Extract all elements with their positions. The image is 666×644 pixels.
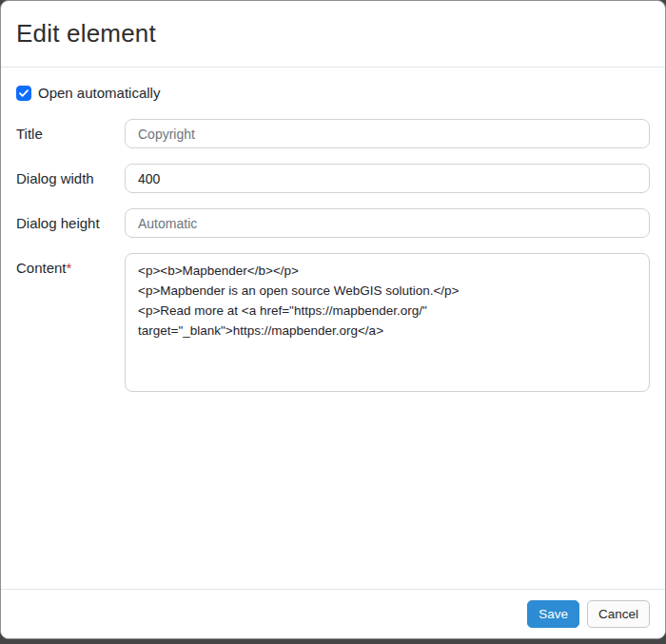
edit-element-dialog: Edit element Open automatically Title Di… [0, 0, 666, 639]
open-automatically-checkbox[interactable] [16, 86, 31, 101]
dialog-height-label: Dialog height [16, 208, 125, 232]
title-label: Title [16, 119, 125, 143]
dialog-width-input[interactable] [125, 164, 650, 193]
checkmark-icon [19, 89, 29, 97]
content-label-text: Content [16, 260, 67, 276]
dialog-body: Open automatically Title Dialog width Di… [1, 68, 665, 589]
content-label: Content* [16, 253, 125, 277]
open-automatically-row: Open automatically [16, 85, 650, 101]
save-button[interactable]: Save [527, 600, 579, 628]
open-automatically-label[interactable]: Open automatically [38, 85, 160, 101]
content-row: Content* <p><b>Mapbender</b></p> <p>Mapb… [16, 253, 650, 392]
cancel-button[interactable]: Cancel [587, 600, 650, 628]
page-title: Edit element [16, 19, 156, 49]
content-textarea[interactable]: <p><b>Mapbender</b></p> <p>Mapbender is … [125, 253, 650, 392]
dialog-height-input[interactable] [125, 208, 650, 238]
title-input[interactable] [125, 119, 650, 148]
dialog-width-row: Dialog width [16, 164, 650, 193]
dialog-width-label: Dialog width [16, 164, 125, 187]
dialog-header: Edit element [1, 1, 665, 68]
title-row: Title [16, 119, 650, 148]
required-asterisk: * [67, 260, 72, 276]
dialog-height-row: Dialog height [16, 208, 650, 238]
dialog-footer: Save Cancel [1, 589, 665, 638]
